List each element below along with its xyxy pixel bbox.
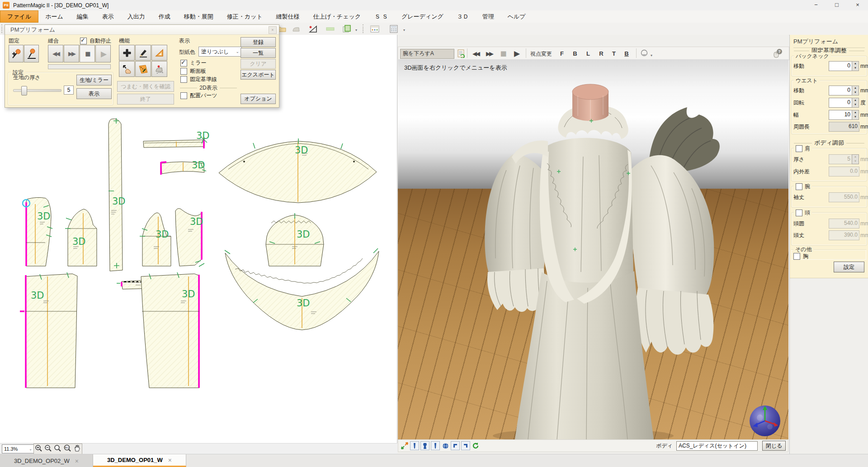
mannequin-icon[interactable]	[420, 441, 429, 450]
clear-button[interactable]: クリア	[241, 59, 276, 69]
view-left-button[interactable]: L	[583, 49, 594, 58]
sim-rewind-button[interactable]: ◀◀	[470, 48, 481, 58]
viewer-3d-canvas[interactable]: 3D画面を右クリックでメニューを表示	[398, 59, 788, 439]
view-top-button[interactable]: T	[609, 49, 619, 58]
pm-panel-close-icon[interactable]: ×	[269, 26, 277, 34]
shoulder-checkbox[interactable]	[796, 145, 802, 152]
refresh-icon[interactable]	[472, 442, 480, 450]
menu-edit[interactable]: 編集	[70, 10, 95, 23]
dropdown-arrow-icon[interactable]: ▾	[355, 28, 357, 32]
body-set-button[interactable]: 設定	[834, 262, 864, 272]
baseline-checkbox[interactable]: 固定基準線	[180, 76, 217, 83]
fabric-mirror-button[interactable]: 生地/ミラー	[76, 75, 112, 86]
sew-rewind-button[interactable]: ◀◀	[48, 45, 63, 62]
view-right-button[interactable]: R	[596, 49, 607, 58]
pm-preform-panel[interactable]: PMプリフォーム × 固定 縫合 自動停止 ◀◀ ▶▶ ■ ▶ 設定 生地の厚さ…	[5, 24, 279, 108]
corner-left-icon[interactable]	[451, 441, 460, 450]
head-checkbox[interactable]	[796, 210, 802, 216]
light-icon[interactable]	[639, 48, 649, 58]
waist-width-spinner[interactable]: ▲▼	[852, 110, 859, 120]
zoom-window-icon[interactable]	[54, 444, 61, 454]
menu-file[interactable]: ファイル	[0, 10, 38, 23]
fabric-thickness-slider-thumb[interactable]	[21, 86, 27, 95]
tab-3d-demo-op02[interactable]: 3D_DEMO_OP02_W ×	[0, 454, 93, 467]
sim-play-button[interactable]: ▶	[510, 48, 522, 58]
placed-parts-checkbox-box[interactable]	[180, 92, 187, 99]
view-back-button[interactable]: B	[570, 49, 580, 58]
menu-finish-check[interactable]: 仕上げ・チェック	[307, 10, 368, 23]
sim-stop-button[interactable]: ■	[497, 48, 509, 58]
simulation-list-icon[interactable]	[456, 48, 466, 58]
export-button[interactable]: エクスポート	[241, 70, 276, 80]
waist-move-spinner[interactable]: ▲▼	[852, 86, 859, 95]
menu-modify-cut[interactable]: 修正・カット	[220, 10, 269, 23]
pin-add-button[interactable]	[9, 45, 24, 62]
ruler-tool-button[interactable]	[151, 45, 167, 61]
pattern-piece-bodice-side[interactable]: 3D	[140, 213, 171, 266]
fit-view-icon[interactable]	[401, 442, 409, 450]
mouse-help-icon[interactable]: ?	[773, 48, 783, 58]
toolbar-grip[interactable]	[1, 24, 4, 33]
pattern-piece-skirt-left[interactable]: 3D	[20, 272, 77, 388]
measure-icon[interactable]	[326, 24, 335, 34]
list-button[interactable]: 一覧	[241, 48, 276, 58]
pattern-piece-skirt-right[interactable]: 3D	[141, 272, 199, 388]
panel-back-icon[interactable]	[431, 441, 440, 450]
chest-checkbox[interactable]	[793, 253, 800, 260]
sew-forward-button[interactable]: ▶▶	[64, 45, 79, 62]
calculator-icon[interactable]	[389, 24, 399, 34]
set-square-icon[interactable]	[308, 24, 318, 34]
calendar-123-icon[interactable]	[370, 24, 380, 34]
tab-3d-demo-op01[interactable]: 3D_DEMO_OP01_W ×	[93, 454, 186, 467]
navigation-ball[interactable]	[748, 404, 782, 438]
pan-hand-icon[interactable]	[73, 444, 81, 454]
menu-move-expand[interactable]: 移動・展開	[177, 10, 220, 23]
zoom-out-icon[interactable]	[44, 444, 52, 454]
dropdown-arrow-icon[interactable]: ▾	[651, 53, 652, 57]
section-checkbox[interactable]: 断面板	[180, 67, 206, 75]
pattern-piece-sleeve-front[interactable]: 3D	[23, 197, 52, 266]
view-front-button[interactable]: F	[557, 49, 567, 58]
show-button[interactable]: 表示	[76, 88, 112, 99]
register-button[interactable]: 登録	[241, 37, 276, 47]
menu-home[interactable]: ホーム	[38, 10, 70, 23]
pattern-piece-placket[interactable]: 3D	[108, 118, 126, 271]
pattern-piece-collar-strip[interactable]: 3D	[161, 160, 206, 175]
section-checkbox-box[interactable]	[180, 68, 187, 75]
pose-select[interactable]: 腕を下ろすA	[400, 49, 454, 59]
baseline-checkbox-box[interactable]	[180, 76, 187, 83]
waist-rotate-spinner[interactable]: ▲▼	[852, 98, 859, 108]
pattern-piece-collar[interactable]: 3D	[219, 138, 377, 203]
close-3d-button[interactable]: 閉じる	[762, 441, 786, 451]
pattern-piece-cuff-strip[interactable]: 3D	[143, 130, 210, 148]
pin-button[interactable]	[24, 45, 39, 62]
menu-create[interactable]: 作成	[152, 10, 177, 23]
pattern-piece-bodice-front[interactable]: 3D	[175, 209, 204, 267]
menu-ss[interactable]: Ｓ Ｓ	[368, 10, 395, 23]
add-tool-button[interactable]	[119, 45, 135, 61]
waist-rotate-input[interactable]: 0	[829, 98, 852, 108]
option-button[interactable]: オプション	[241, 94, 276, 104]
tab-close-icon[interactable]: ×	[168, 457, 172, 464]
menu-view[interactable]: 表示	[95, 10, 121, 23]
iron-icon[interactable]	[291, 24, 301, 34]
pinch-tool-button[interactable]	[119, 61, 135, 77]
menu-grading[interactable]: グレーディング	[395, 10, 450, 23]
mirror-checkbox-box[interactable]	[180, 60, 187, 67]
fold-tool-button[interactable]	[135, 61, 151, 77]
arm-checkbox[interactable]	[796, 183, 802, 190]
waist-width-input[interactable]: 10	[829, 110, 852, 120]
pattern-piece-sleeve-back[interactable]: 3D	[65, 209, 97, 266]
smooth-tool-button[interactable]	[151, 61, 167, 77]
draw-tool-button[interactable]	[135, 45, 151, 61]
paper-color-dropdown[interactable]: 塗りつぶし ⌄	[198, 47, 242, 57]
fabric-thickness-value[interactable]: 5	[64, 86, 74, 95]
backneck-move-spinner[interactable]: ▲▼	[852, 61, 859, 71]
sew-stop-button[interactable]: ■	[80, 45, 95, 62]
pattern-piece-crown[interactable]: 3D	[266, 213, 324, 266]
backneck-move-input[interactable]: 0	[829, 61, 852, 71]
corner-right-icon[interactable]	[461, 441, 470, 450]
auto-stop-checkbox[interactable]: 自動停止	[80, 37, 111, 45]
waist-move-input[interactable]: 0	[829, 86, 852, 95]
placed-parts-checkbox[interactable]: 配置パーツ	[180, 92, 217, 100]
